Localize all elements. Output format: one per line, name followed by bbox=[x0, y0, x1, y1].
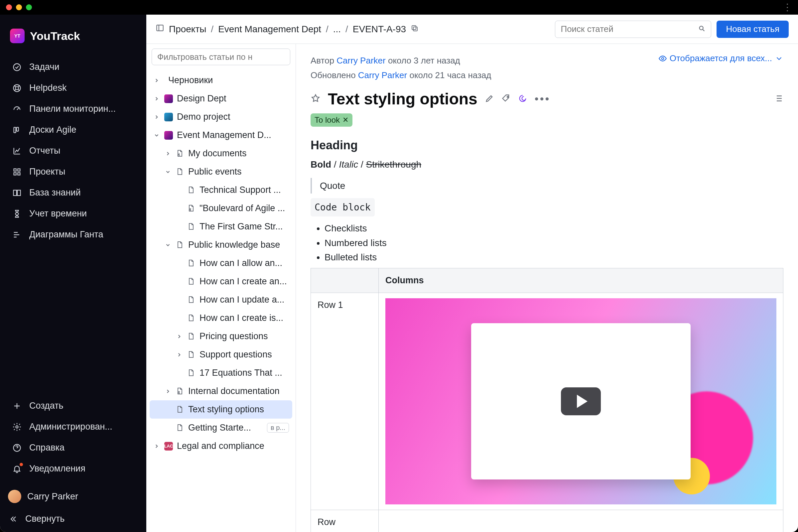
sidebar-item-chart[interactable]: Отчеты bbox=[4, 140, 142, 161]
chevron-icon[interactable] bbox=[164, 169, 172, 175]
sidebar-item-check-circle[interactable]: Задачи bbox=[4, 57, 142, 77]
star-icon[interactable] bbox=[310, 93, 321, 105]
sidebar-item-columns[interactable]: Доски Agile bbox=[4, 119, 142, 140]
tree-item[interactable]: Черновики bbox=[150, 71, 292, 90]
search-input[interactable] bbox=[560, 24, 698, 34]
chevron-icon[interactable] bbox=[153, 114, 160, 120]
content-table: Columns Row 1 bbox=[310, 268, 783, 532]
updated-by-link[interactable]: Carry Parker bbox=[358, 70, 407, 80]
tree-item-label: How can I update a... bbox=[200, 294, 284, 305]
tree-item[interactable]: Pricing questions bbox=[150, 327, 292, 345]
chevron-icon[interactable] bbox=[153, 132, 160, 138]
chevron-icon[interactable] bbox=[175, 352, 183, 358]
sidebar-item-label: Диаграммы Ганта bbox=[29, 229, 103, 240]
tree-item[interactable]: How can I allow an... bbox=[150, 254, 292, 272]
tree-item[interactable]: Getting Starte...в р... bbox=[150, 419, 292, 437]
play-icon[interactable] bbox=[561, 387, 601, 415]
title-row: Text styling options ••• bbox=[310, 90, 783, 108]
close-window-button[interactable] bbox=[6, 4, 12, 10]
crumb-projects[interactable]: Проекты bbox=[169, 24, 206, 35]
table-header-empty bbox=[311, 268, 379, 293]
sidebar-item-label: Helpdesk bbox=[29, 83, 67, 93]
chevron-icon[interactable] bbox=[153, 443, 160, 449]
sidebar-item-gear[interactable]: Администрирован... bbox=[4, 416, 142, 437]
window-menu-icon[interactable]: ⋮ bbox=[783, 3, 792, 12]
current-user[interactable]: Carry Parker bbox=[0, 484, 146, 508]
chevron-icon[interactable] bbox=[153, 96, 160, 102]
new-article-button[interactable]: Новая статья bbox=[717, 21, 789, 38]
remove-tag-icon[interactable]: ✕ bbox=[342, 116, 348, 125]
tree-item[interactable]: Demo project bbox=[150, 108, 292, 126]
tree-item[interactable]: How can I create an... bbox=[150, 272, 292, 291]
chart-icon bbox=[12, 146, 22, 156]
toc-icon[interactable] bbox=[773, 93, 783, 105]
ai-icon[interactable] bbox=[518, 94, 527, 104]
more-actions-icon[interactable]: ••• bbox=[535, 92, 551, 106]
sidebar-item-lifebuoy[interactable]: Helpdesk bbox=[4, 77, 142, 98]
svg-rect-11 bbox=[157, 25, 163, 31]
sidebar-panel-icon[interactable] bbox=[156, 24, 164, 35]
sidebar-item-label: Создать bbox=[29, 401, 63, 411]
document-icon bbox=[187, 186, 195, 194]
document-lock-icon bbox=[175, 387, 184, 396]
crumb-dept[interactable]: Event Management Dept bbox=[218, 24, 321, 35]
sidebar-item-hourglass[interactable]: Учет времени bbox=[4, 203, 142, 224]
collapse-label: Свернуть bbox=[25, 514, 64, 524]
collapse-sidebar-button[interactable]: Свернуть bbox=[0, 508, 146, 532]
edit-icon[interactable] bbox=[485, 94, 494, 104]
project-icon: LAC bbox=[164, 442, 173, 451]
author-prefix: Автор bbox=[310, 56, 337, 65]
tree-item[interactable]: Technical Support ... bbox=[150, 181, 292, 199]
chevron-icon[interactable] bbox=[164, 388, 172, 394]
tree-item[interactable]: Event Management D... bbox=[150, 126, 292, 144]
tree-item[interactable]: My documents bbox=[150, 144, 292, 163]
author-link[interactable]: Carry Parker bbox=[337, 56, 385, 65]
sidebar-item-grid[interactable]: Проекты bbox=[4, 161, 142, 182]
svg-rect-8 bbox=[18, 173, 20, 175]
tag-chip[interactable]: To look ✕ bbox=[310, 113, 353, 127]
strike-sample: Strikethrough bbox=[366, 159, 421, 170]
search-box[interactable] bbox=[555, 21, 711, 38]
tag-icon[interactable] bbox=[501, 94, 511, 104]
tree-item[interactable]: "Boulevard of Agile ... bbox=[150, 199, 292, 217]
sidebar-item-help[interactable]: Справка bbox=[4, 437, 142, 458]
status-badge: в р... bbox=[267, 423, 289, 433]
tree-filter-input[interactable] bbox=[152, 49, 290, 65]
sidebar-item-gauge[interactable]: Панели мониторин... bbox=[4, 98, 142, 119]
tree-item[interactable]: How can I update a... bbox=[150, 291, 292, 309]
tree-item[interactable]: Public events bbox=[150, 163, 292, 181]
sidebar-item-book[interactable]: База знаний bbox=[4, 182, 142, 203]
tree-item[interactable]: LACLegal and compliance bbox=[150, 437, 292, 455]
logo[interactable]: YouTrack bbox=[0, 22, 146, 57]
visibility-selector[interactable]: Отображается для всех... bbox=[658, 53, 783, 63]
crumb-ellipsis[interactable]: ... bbox=[333, 24, 341, 35]
chevron-icon[interactable] bbox=[175, 334, 183, 340]
copy-id-icon[interactable] bbox=[411, 24, 419, 35]
gantt-icon bbox=[12, 230, 22, 240]
avatar bbox=[8, 490, 21, 503]
tree-item-label: Design Dept bbox=[177, 93, 226, 104]
tree-item[interactable]: How can I create is... bbox=[150, 309, 292, 327]
tree-item[interactable]: Public knowledge base bbox=[150, 236, 292, 254]
sidebar-item-bell[interactable]: Уведомления bbox=[4, 458, 142, 479]
video-thumbnail[interactable] bbox=[385, 298, 776, 505]
bullet-item: Bulleted lists bbox=[324, 250, 783, 264]
bell-icon bbox=[12, 464, 22, 474]
meta-left: Автор Carry Parker около 3 лет назад Обн… bbox=[310, 53, 491, 82]
tree-item[interactable]: Internal documentation bbox=[150, 382, 292, 400]
tree-item[interactable]: Support questions bbox=[150, 345, 292, 364]
tree-item[interactable]: The First Game Str... bbox=[150, 217, 292, 236]
tree-item[interactable]: Text styling options bbox=[150, 400, 292, 419]
sidebar-item-plus[interactable]: Создать bbox=[4, 395, 142, 416]
minimize-window-button[interactable] bbox=[16, 4, 22, 10]
chevron-icon[interactable] bbox=[164, 242, 172, 248]
table-row1-label: Row 1 bbox=[311, 293, 379, 510]
tree-item[interactable]: 17 Equations That ... bbox=[150, 364, 292, 382]
maximize-window-button[interactable] bbox=[26, 4, 32, 10]
chevron-icon[interactable] bbox=[153, 77, 160, 83]
sidebar-item-label: Доски Agile bbox=[29, 125, 76, 135]
sidebar-item-gantt[interactable]: Диаграммы Ганта bbox=[4, 224, 142, 245]
chevron-icon[interactable] bbox=[164, 151, 172, 157]
tree-item[interactable]: Design Dept bbox=[150, 90, 292, 108]
gauge-icon bbox=[12, 104, 22, 114]
